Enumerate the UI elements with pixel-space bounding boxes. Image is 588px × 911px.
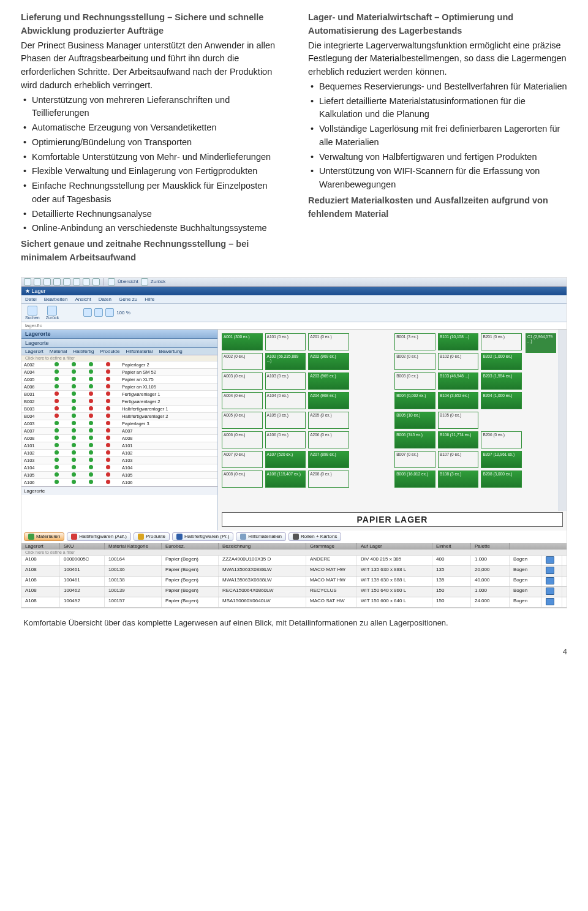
- storage-cell[interactable]: B105 (0 ex.): [438, 412, 479, 429]
- tab[interactable]: Materialien: [24, 532, 64, 541]
- table-row[interactable]: A007A007: [21, 427, 217, 434]
- storage-cell[interactable]: B102 (0 ex.): [438, 353, 479, 370]
- storage-cell[interactable]: A001 (300 ex.): [222, 333, 263, 350]
- win-icon[interactable]: [43, 278, 51, 285]
- storage-cell[interactable]: B207 (12,961 ex.): [481, 451, 522, 468]
- row-detail-icon[interactable]: [546, 588, 554, 595]
- tab[interactable]: Produkte: [134, 532, 170, 541]
- storage-cell[interactable]: B206 (0 ex.): [481, 431, 522, 448]
- win-icon[interactable]: [92, 278, 100, 285]
- storage-cell[interactable]: B101 (10,158 ...): [438, 333, 479, 350]
- column-header[interactable]: Lagerort: [21, 543, 60, 550]
- table-row[interactable]: A002Papierlager 2: [21, 361, 217, 369]
- row-detail-icon[interactable]: [546, 577, 554, 584]
- storage-cell[interactable]: A202 (969 ex.): [308, 353, 349, 370]
- table-row[interactable]: A108100462100139Papier (Bogen)RECA150064…: [21, 587, 567, 597]
- storage-cell[interactable]: A108 (115,407 ex.): [265, 471, 306, 488]
- storage-cell[interactable]: A105 (0 ex.): [265, 412, 306, 429]
- storage-cell[interactable]: C1 (2,964,579 ...): [526, 333, 556, 353]
- column-header[interactable]: Einheit: [432, 543, 471, 550]
- column-header[interactable]: Grammage: [306, 543, 357, 550]
- win-icon[interactable]: [63, 278, 70, 285]
- storage-cell[interactable]: A107 (520 ex.): [265, 451, 306, 468]
- overview-label[interactable]: Übersicht: [118, 279, 138, 284]
- table-row[interactable]: B002Fertigwarenlager 2: [21, 398, 217, 405]
- column-header[interactable]: Bewertung: [159, 349, 183, 354]
- table-row[interactable]: B004Halbfertigwarenlager 2: [21, 412, 217, 420]
- table-row[interactable]: A003Papierlager 3: [21, 420, 217, 427]
- column-header[interactable]: Hilfsmaterial: [126, 349, 153, 354]
- table-row[interactable]: B001Fertigwarenlager 1: [21, 390, 217, 398]
- table-row[interactable]: A101A101: [21, 442, 217, 449]
- search-button[interactable]: Suchen: [25, 306, 40, 320]
- table-row[interactable]: A008A008: [21, 434, 217, 442]
- storage-cell[interactable]: B007 (0 ex.): [394, 451, 435, 468]
- column-header[interactable]: SKU: [60, 543, 105, 550]
- storage-cell[interactable]: B204 (1,000 ex.): [481, 392, 522, 409]
- table-row[interactable]: A10800009005C100164Papier (Bogen)ZZZA490…: [21, 556, 567, 566]
- table-row[interactable]: A108100461100136Papier (Bogen)MWA135063X…: [21, 566, 567, 576]
- storage-cell[interactable]: B108 (3 ex.): [438, 471, 479, 488]
- storage-cell[interactable]: A106 (0 ex.): [265, 431, 306, 448]
- table-row[interactable]: A108100461100138Papier (Bogen)MWA135063X…: [21, 576, 567, 587]
- tab[interactable]: Rollen + Kartons: [288, 532, 341, 541]
- table-row[interactable]: A102A102: [21, 449, 217, 456]
- storage-cell[interactable]: B005 (10 ex.): [394, 412, 435, 429]
- menu-item[interactable]: Hilfe: [145, 297, 154, 302]
- win-icon[interactable]: [34, 278, 41, 285]
- storage-cell[interactable]: A004 (0 ex.): [222, 392, 263, 409]
- win-icon[interactable]: [53, 278, 61, 285]
- table-row[interactable]: A105A105: [21, 471, 217, 478]
- storage-cell[interactable]: A003 (0 ex.): [222, 372, 263, 390]
- storage-cell[interactable]: A008 (0 ex.): [222, 471, 263, 488]
- table-row[interactable]: A103A103: [21, 456, 217, 464]
- zoom-controls[interactable]: 100 %: [83, 308, 130, 317]
- win-icon[interactable]: [73, 278, 80, 285]
- table-row[interactable]: A104A104: [21, 464, 217, 471]
- column-header[interactable]: Material: [50, 349, 67, 354]
- back-label[interactable]: Zurück: [151, 279, 165, 284]
- menu-item[interactable]: Ansicht: [75, 297, 91, 302]
- storage-cell[interactable]: B203 (1,554 ex.): [481, 372, 522, 390]
- menu-item[interactable]: Bearbeiten: [44, 297, 68, 302]
- tab[interactable]: Halbfertigwaren (Pr.): [172, 532, 233, 541]
- panel-sub-lagerorte[interactable]: Lagerorte: [21, 339, 217, 348]
- win-icon[interactable]: [83, 278, 90, 285]
- menu-item[interactable]: Daten: [99, 297, 111, 302]
- vscroll[interactable]: [559, 330, 567, 511]
- storage-cell[interactable]: B003 (0 ex.): [394, 372, 435, 390]
- menu-item[interactable]: Gehe zu: [119, 297, 137, 302]
- column-header[interactable]: Palette: [471, 543, 510, 550]
- storage-cell[interactable]: A206 (0 ex.): [308, 431, 349, 448]
- storage-cell[interactable]: A208 (0 ex.): [308, 471, 349, 488]
- table-row[interactable]: A004Papier an SM 52: [21, 368, 217, 376]
- storage-cell[interactable]: A006 (0 ex.): [222, 431, 263, 448]
- storage-cell[interactable]: A007 (0 ex.): [222, 451, 263, 468]
- overview-icon[interactable]: [108, 278, 115, 285]
- storage-cell[interactable]: B104 (3,652 ex.): [438, 392, 479, 409]
- storage-cell[interactable]: A104 (0 ex.): [265, 392, 306, 409]
- storage-cell[interactable]: A102 (66,235,889 ...): [265, 353, 306, 370]
- tab[interactable]: Halbfertigwaren (Auf.): [67, 532, 131, 541]
- storage-cell[interactable]: B002 (0 ex.): [394, 353, 435, 370]
- table-row[interactable]: A005Papier an XL75: [21, 376, 217, 383]
- table-row[interactable]: B003Halbfertigwarenlager 1: [21, 405, 217, 412]
- storage-cell[interactable]: B004 (0,002 ex.): [394, 392, 435, 409]
- storage-cell[interactable]: B208 (3,000 ex.): [481, 471, 522, 488]
- win-icon[interactable]: [24, 278, 31, 285]
- storage-cell[interactable]: A201 (0 ex.): [308, 333, 349, 350]
- column-header[interactable]: Auf Lager: [357, 543, 432, 550]
- panel-head-lagerorte[interactable]: Lagerorte: [21, 330, 217, 339]
- storage-cell[interactable]: A205 (0 ex.): [308, 412, 349, 429]
- storage-cell[interactable]: A103 (0 ex.): [265, 372, 306, 390]
- zoom-first-icon[interactable]: [83, 308, 92, 317]
- menu-item[interactable]: Datei: [25, 297, 37, 302]
- storage-cell[interactable]: B106 (11,774 ex.): [438, 431, 479, 448]
- column-header[interactable]: Eurobez.: [162, 543, 219, 550]
- column-header[interactable]: Halbfertig: [73, 349, 94, 354]
- row-detail-icon[interactable]: [546, 567, 554, 574]
- storage-cell[interactable]: B201 (0 ex.): [481, 333, 522, 350]
- storage-cell[interactable]: A203 (969 ex.): [308, 372, 349, 390]
- storage-cell[interactable]: A002 (0 ex.): [222, 353, 263, 370]
- table-row[interactable]: A108100492100157Papier (Bogen)MSA150060X…: [21, 597, 567, 608]
